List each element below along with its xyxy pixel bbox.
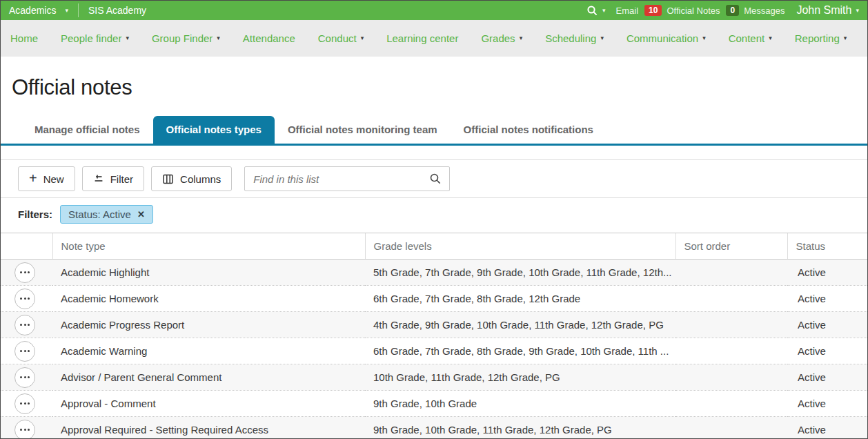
user-menu[interactable]: John Smith ▾ — [796, 4, 859, 17]
chevron-down-icon: ▾ — [520, 35, 523, 41]
sort-order-cell — [675, 391, 787, 417]
page-title: Official notes — [12, 75, 867, 100]
list-search — [244, 166, 450, 191]
ellipsis-icon — [20, 376, 22, 378]
nav-item-people-finder[interactable]: People finder ▾ — [61, 32, 129, 44]
nav-item-label: Group Finder — [152, 32, 213, 44]
table-row: Academic Progress Report 4th Grade, 9th … — [1, 312, 868, 338]
grade-levels-cell: 6th Grade, 7th Grade, 8th Grade, 12th Gr… — [365, 286, 675, 312]
table-row: Academic Homework 6th Grade, 7th Grade, … — [1, 286, 868, 312]
filter-button[interactable]: Filter — [82, 166, 144, 191]
sort-order-cell — [675, 338, 787, 364]
status-cell: Active — [787, 364, 868, 391]
note-type-cell: Advisor / Parent General Comment — [52, 364, 365, 391]
search-icon — [586, 5, 598, 17]
tab-official-notes-monitoring-team[interactable]: Official notes monitoring team — [275, 116, 451, 144]
close-icon[interactable]: ✕ — [137, 209, 145, 220]
chevron-down-icon: ▾ — [126, 35, 129, 41]
nav-item-content[interactable]: Content ▾ — [729, 32, 772, 44]
filters-row: Filters: Status: Active ✕ — [1, 198, 867, 233]
nav-item-label: Communication — [627, 32, 698, 44]
sort-order-cell — [675, 312, 787, 338]
row-actions-button[interactable] — [14, 262, 35, 283]
messages-count-badge: 0 — [726, 5, 739, 16]
chevron-down-icon: ▾ — [65, 8, 68, 14]
row-actions-button[interactable] — [14, 315, 35, 335]
table-row: Academic Highlight 5th Grade, 7th Grade,… — [1, 260, 868, 286]
status-cell: Active — [787, 260, 868, 286]
chevron-down-icon: ▾ — [856, 8, 859, 14]
nav-item-group-finder[interactable]: Group Finder ▾ — [152, 32, 220, 44]
grade-levels-cell: 9th Grade, 10th Grade, 11th Grade, 12th … — [365, 417, 675, 439]
tab-label: Official notes types — [166, 124, 262, 135]
table-row: Academic Warning 6th Grade, 7th Grade, 8… — [1, 338, 868, 364]
user-name: John Smith — [796, 4, 851, 17]
tab-manage-official-notes[interactable]: Manage official notes — [21, 116, 153, 144]
email-link[interactable]: Email — [616, 6, 639, 16]
grade-levels-cell: 6th Grade, 7th Grade, 8th Grade, 9th Gra… — [365, 338, 675, 364]
nav-item-grades[interactable]: Grades ▾ — [481, 32, 522, 44]
column-header-grade-levels[interactable]: Grade levels — [365, 233, 675, 260]
nav-item-label: Home — [10, 32, 38, 44]
search-input[interactable] — [244, 166, 450, 191]
note-type-cell: Academic Warning — [52, 338, 365, 364]
email-label: Email — [616, 6, 639, 16]
new-button[interactable]: + New — [18, 166, 75, 191]
plus-icon: + — [29, 171, 37, 185]
grade-levels-cell: 4th Grade, 9th Grade, 10th Grade, 11th G… — [365, 312, 675, 338]
nav-item-reporting[interactable]: Reporting ▾ — [795, 32, 847, 44]
sort-order-cell — [675, 364, 787, 391]
table-header-row: Note type Grade levels Sort order Status — [1, 233, 868, 260]
table-row: Approval Required - Setting Required Acc… — [1, 417, 868, 439]
tab-official-notes-types[interactable]: Official notes types — [153, 116, 275, 144]
messages-link[interactable]: 0 Messages — [726, 5, 785, 16]
column-header-status[interactable]: Status — [787, 233, 868, 260]
nav-item-communication[interactable]: Communication ▾ — [627, 32, 706, 44]
chevron-down-icon: ▾ — [361, 35, 364, 41]
ellipsis-icon — [20, 402, 22, 404]
chevron-down-icon: ▾ — [844, 35, 847, 41]
row-actions-button[interactable] — [14, 367, 35, 388]
row-actions-button[interactable] — [14, 289, 35, 309]
nav-item-label: Content — [729, 32, 765, 44]
tab-bar: Manage official notesOfficial notes type… — [21, 116, 867, 144]
row-actions-button[interactable] — [14, 393, 35, 414]
row-actions-button[interactable] — [14, 420, 35, 439]
grade-levels-cell: 9th Grade, 10th Grade — [365, 391, 675, 417]
filter-button-label: Filter — [110, 173, 133, 185]
column-header-sort-order[interactable]: Sort order — [675, 233, 787, 260]
nav-item-learning-center[interactable]: Learning center — [386, 32, 458, 44]
status-cell: Active — [787, 338, 868, 364]
grade-levels-cell: 5th Grade, 7th Grade, 9th Grade, 10th Gr… — [365, 260, 675, 286]
search-button[interactable]: ▾ — [586, 5, 606, 17]
columns-icon — [162, 173, 174, 185]
nav-item-conduct[interactable]: Conduct ▾ — [318, 32, 364, 44]
main-nav: Home People finder ▾ Group Finder ▾ Atte… — [1, 20, 867, 57]
nav-item-label: Attendance — [243, 32, 295, 44]
new-button-label: New — [43, 173, 64, 185]
filter-chip-status-active[interactable]: Status: Active ✕ — [60, 205, 153, 224]
columns-button[interactable]: Columns — [151, 166, 232, 191]
note-type-cell: Academic Homework — [52, 286, 365, 312]
chevron-down-icon: ▾ — [702, 35, 706, 41]
search-icon[interactable] — [429, 173, 442, 185]
status-cell: Active — [787, 312, 868, 338]
status-cell: Active — [787, 391, 868, 417]
academics-menu-label: Academics — [9, 5, 56, 16]
row-actions-button[interactable] — [14, 341, 35, 362]
status-cell: Active — [787, 286, 868, 312]
nav-item-label: People finder — [61, 32, 121, 44]
nav-item-scheduling[interactable]: Scheduling ▾ — [545, 32, 604, 44]
nav-item-home[interactable]: Home — [10, 32, 38, 44]
note-type-cell: Approval Required - Setting Required Acc… — [52, 417, 365, 439]
column-header-note-type[interactable]: Note type — [52, 233, 365, 260]
tab-label: Official notes notifications — [464, 124, 593, 135]
top-bar: Academics ▾ SIS Academy ▾ Email 10 Offic… — [1, 1, 867, 20]
official-notes-link[interactable]: 10 Official Notes — [644, 5, 720, 16]
ellipsis-icon — [20, 297, 22, 300]
nav-item-attendance[interactable]: Attendance — [243, 32, 295, 44]
app-name: SIS Academy — [88, 5, 146, 16]
tab-official-notes-notifications[interactable]: Official notes notifications — [451, 116, 606, 144]
academics-menu[interactable]: Academics ▾ — [9, 5, 68, 16]
actions-column-header — [1, 233, 52, 260]
